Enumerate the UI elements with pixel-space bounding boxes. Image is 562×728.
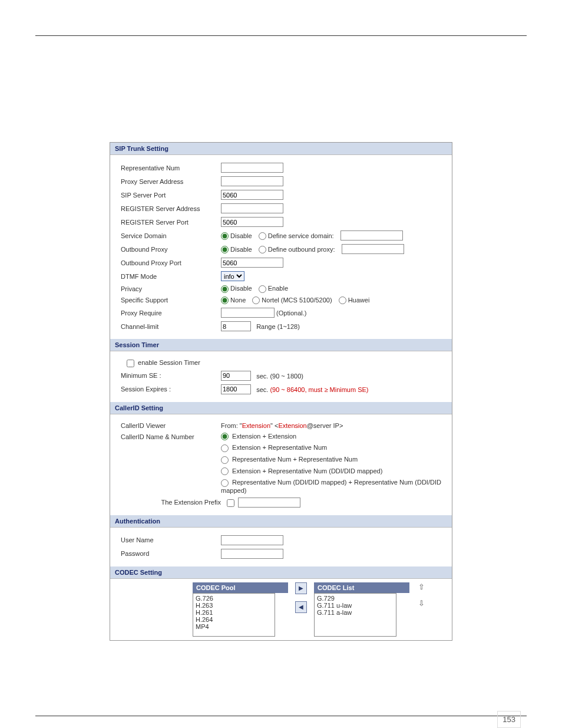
section-header-sip-trunk: SIP Trunk Setting <box>110 143 452 155</box>
ext-prefix-input[interactable] <box>238 498 300 508</box>
sip-port-input[interactable] <box>221 190 283 200</box>
codec-pool-item[interactable]: G.726 <box>196 595 272 602</box>
codec-list-item[interactable]: G.711 a-law <box>317 609 394 616</box>
codec-move-down-button[interactable]: ⇩ <box>416 599 426 608</box>
chan-limit-input[interactable] <box>221 321 251 331</box>
privacy-disable-radio[interactable] <box>221 285 229 293</box>
session-exp-label: Session Expires : <box>115 386 221 393</box>
callerid-opt2-text: Extension + Representative Num <box>232 444 327 451</box>
reg-addr-input[interactable] <box>221 203 283 213</box>
svc-domain-label: Service Domain <box>115 232 221 239</box>
codec-list-item[interactable]: G.711 u-law <box>317 602 394 609</box>
reg-port-label: REGISTER Server Port <box>115 219 221 226</box>
svc-domain-disable-text: Disable <box>230 232 252 239</box>
codec-pool-list[interactable]: G.726 H.263 H.261 H.264 MP4 <box>193 593 275 637</box>
min-se-hint: sec. (90 ~ 1800) <box>256 372 303 379</box>
settings-panel: SIP Trunk Setting Representative Num Pro… <box>110 142 452 641</box>
ext-prefix-label: The Extension Prefix <box>115 499 227 506</box>
callerid-opt2-radio[interactable] <box>221 444 229 452</box>
codec-pool-header: CODEC Pool <box>193 582 288 593</box>
triangle-left-icon: ◀ <box>299 604 303 610</box>
callerid-opt3-text: Representative Num + Representative Num <box>232 456 358 463</box>
arrow-down-icon: ⇩ <box>418 599 425 608</box>
auth-pass-input[interactable] <box>221 549 283 559</box>
codec-list-header: CODEC List <box>314 582 409 593</box>
ob-proxy-input[interactable] <box>342 244 404 254</box>
callerid-opt1-radio[interactable] <box>221 433 229 440</box>
callerid-opt3-radio[interactable] <box>221 456 229 464</box>
proxy-req-label: Proxy Require <box>115 309 221 317</box>
codec-list-list[interactable]: G.729 G.711 u-law G.711 a-law <box>314 593 396 637</box>
ob-port-input[interactable] <box>221 258 283 268</box>
callerid-opt4-text: Extension + Representative Num (DDI/DID … <box>232 467 382 475</box>
arrow-up-icon: ⇧ <box>418 582 425 591</box>
codec-move-right-button[interactable]: ▶ <box>295 582 307 594</box>
specific-huawei-text: Huawei <box>348 297 370 304</box>
svc-domain-define-text: Define service domain: <box>268 232 334 239</box>
callerid-opt5-radio[interactable] <box>221 479 229 487</box>
session-exp-prefix: sec. <box>256 386 270 393</box>
enable-session-timer-label: enable Session Timer <box>138 359 200 366</box>
callerid-opt5-text: Representative Num (DDI/DID mapped) + Re… <box>221 479 441 494</box>
session-exp-input[interactable] <box>221 384 251 394</box>
codec-move-up-button[interactable]: ⇧ <box>416 582 426 592</box>
proxy-addr-input[interactable] <box>221 176 283 186</box>
privacy-label: Privacy <box>115 285 221 292</box>
chan-limit-label: Channel-limit <box>115 323 221 330</box>
proxy-req-input[interactable] <box>221 308 275 318</box>
codec-pool-item[interactable]: MP4 <box>196 623 272 630</box>
svc-domain-disable-radio[interactable] <box>221 232 229 240</box>
callerid-viewer-value: From: "Extension" <Extension@server IP> <box>221 422 447 429</box>
specific-none-text: None <box>230 297 246 304</box>
ob-proxy-disable-text: Disable <box>230 246 252 253</box>
enable-session-timer-checkbox[interactable] <box>127 360 134 367</box>
ob-proxy-define-text: Define outbound proxy: <box>268 246 335 253</box>
session-exp-hint: (90 ~ 86400, must ≥ Minimum SE) <box>270 386 368 393</box>
ob-proxy-disable-radio[interactable] <box>221 246 229 253</box>
dtmf-select[interactable]: info <box>221 271 244 281</box>
min-se-input[interactable] <box>221 371 251 381</box>
auth-user-label: User Name <box>115 536 221 543</box>
codec-list-item[interactable]: G.729 <box>317 595 394 602</box>
callerid-opt1-text: Extension + Extension <box>232 433 296 440</box>
proxy-addr-label: Proxy Server Address <box>115 178 221 185</box>
proxy-req-hint: (Optional.) <box>276 309 306 317</box>
specific-huawei-radio[interactable] <box>339 297 346 304</box>
codec-move-left-button[interactable]: ◀ <box>295 601 307 613</box>
section-header-callerid: CallerID Setting <box>110 402 452 414</box>
rep-num-label: Representative Num <box>115 164 221 172</box>
specific-nortel-radio[interactable] <box>252 297 260 304</box>
specific-nortel-text: Nortel (MCS 5100/5200) <box>262 297 332 304</box>
sip-port-label: SIP Server Port <box>115 192 221 199</box>
codec-pool-item[interactable]: H.261 <box>196 609 272 616</box>
codec-pool-item[interactable]: H.263 <box>196 602 272 609</box>
section-header-codec: CODEC Setting <box>110 566 452 579</box>
ob-port-label: Outbound Proxy Port <box>115 259 221 266</box>
svc-domain-input[interactable] <box>340 230 403 241</box>
rep-num-input[interactable] <box>221 163 283 173</box>
privacy-disable-text: Disable <box>230 285 252 292</box>
reg-addr-label: REGISTER Server Address <box>115 205 221 212</box>
specific-label: Specific Support <box>115 297 221 304</box>
page-number: 153 <box>497 711 521 728</box>
chan-limit-hint: Range (1~128) <box>256 323 300 330</box>
section-header-session-timer: Session Timer <box>110 339 452 351</box>
min-se-label: Minimum SE : <box>115 372 221 379</box>
callerid-viewer-label: CallerID Viewer <box>115 422 221 429</box>
callerid-opt4-radio[interactable] <box>221 467 229 475</box>
specific-none-radio[interactable] <box>221 297 229 304</box>
auth-user-input[interactable] <box>221 535 283 545</box>
ext-prefix-checkbox[interactable] <box>227 499 234 507</box>
privacy-enable-text: Enable <box>268 285 288 292</box>
reg-port-input[interactable] <box>221 217 283 227</box>
callerid-name-num-label: CallerID Name & Number <box>115 433 221 440</box>
triangle-right-icon: ▶ <box>299 585 303 591</box>
codec-pool-item[interactable]: H.264 <box>196 616 272 623</box>
svc-domain-define-radio[interactable] <box>259 232 266 240</box>
auth-pass-label: Password <box>115 550 221 557</box>
dtmf-label: DTMF Mode <box>115 273 221 280</box>
privacy-enable-radio[interactable] <box>259 285 266 293</box>
section-header-auth: Authentication <box>110 515 452 528</box>
ob-proxy-label: Outbound Proxy <box>115 246 221 253</box>
ob-proxy-define-radio[interactable] <box>259 246 266 253</box>
